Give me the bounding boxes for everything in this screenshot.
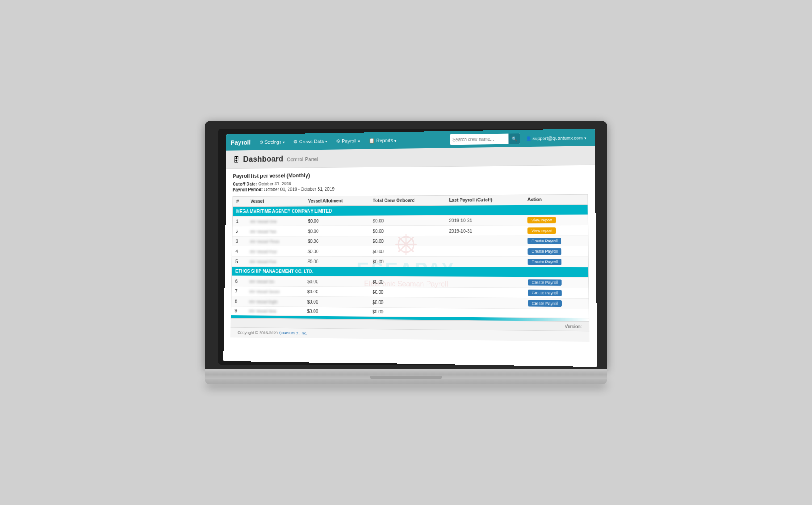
gear-icon3	[336, 138, 340, 144]
search-button[interactable]: 🔍	[508, 133, 520, 144]
col-lastpayroll: Last Payroll (Cutoff)	[445, 195, 523, 205]
user-menu[interactable]: support@quantumx.com	[522, 134, 590, 142]
create-payroll-btn-6[interactable]: Create Payroll	[528, 279, 562, 286]
table-row: 5 MV Vessel Five $0.00 $0.00 Create Payr…	[232, 256, 588, 267]
table-row: 1 MV Vessel One $0.00 $0.00 2019-10-31 V…	[233, 215, 588, 226]
caret-icon4	[394, 138, 397, 143]
table-row: 2 MV Vessel Two $0.00 $0.00 2019-10-31 V…	[232, 225, 588, 236]
table-row: 3 MV Vessel Three $0.00 $0.00 Create Pay…	[232, 235, 588, 246]
caret-icon2	[325, 138, 327, 144]
page-body: Payroll list per vessel (Monthly) Cutoff…	[223, 165, 597, 367]
page-title: Dashboard	[243, 154, 283, 163]
version-label: Version:	[565, 324, 582, 329]
create-payroll-btn-7[interactable]: Create Payroll	[528, 289, 562, 296]
laptop-base	[205, 369, 607, 379]
nav-reports[interactable]: Reports	[365, 135, 400, 145]
gear-icon2	[293, 138, 298, 144]
col-action: Action	[524, 194, 588, 205]
caret-icon	[283, 139, 285, 144]
dashboard-icon: 🎛	[233, 155, 240, 163]
col-allotment: Vessel Allotment	[305, 196, 369, 206]
table-container[interactable]: # Vessel Vessel Allotment Total Crew Onb…	[231, 194, 589, 318]
nav-crews-data[interactable]: Crews Data	[290, 136, 331, 146]
col-crew: Total Crew Onboard	[369, 195, 446, 205]
search-input[interactable]	[450, 135, 508, 143]
group2-name: ETHOS SHIP MANAGEMENT CO. LTD.	[232, 266, 588, 277]
group2-header-row: ETHOS SHIP MANAGEMENT CO. LTD.	[232, 266, 588, 277]
company-link[interactable]: Quantum X, Inc.	[279, 330, 307, 335]
create-payroll-btn-5[interactable]: Create Payroll	[528, 259, 562, 265]
payroll-table-wrapper: # Vessel Vessel Allotment Total Crew Onb…	[231, 194, 589, 321]
section-title: Payroll list per vessel (Monthly)	[233, 169, 588, 179]
create-payroll-btn-8[interactable]: Create Payroll	[528, 300, 562, 307]
user-icon	[526, 136, 531, 141]
gear-icon	[259, 139, 264, 145]
create-payroll-btn-3[interactable]: Create Payroll	[528, 238, 562, 244]
page-subtitle: Control Panel	[287, 156, 318, 162]
caret-icon3	[358, 138, 360, 143]
payroll-table: # Vessel Vessel Allotment Total Crew Onb…	[231, 194, 589, 318]
nav-brand: Payroll	[230, 138, 250, 146]
group1-header-row: MEGA MARITIME AGENCY COMPANY LIMITED	[233, 205, 588, 216]
create-payroll-btn-4[interactable]: Create Payroll	[528, 248, 562, 255]
view-report-btn-2[interactable]: View report	[527, 227, 556, 234]
nav-settings[interactable]: Settings	[255, 137, 289, 146]
col-vessel: Vessel	[247, 196, 305, 206]
search-box: 🔍	[450, 133, 520, 145]
col-num: #	[233, 196, 247, 206]
view-report-btn-1[interactable]: View report	[527, 217, 556, 223]
table-row: 4 MV Vessel Four $0.00 $0.00 Create Payr…	[232, 246, 588, 257]
laptop-bottom	[205, 379, 607, 384]
nav-payroll[interactable]: Payroll	[333, 136, 364, 146]
user-caret	[584, 135, 586, 140]
report-icon	[368, 138, 375, 143]
group1-name: MEGA MARITIME AGENCY COMPANY LIMITED	[233, 205, 588, 216]
